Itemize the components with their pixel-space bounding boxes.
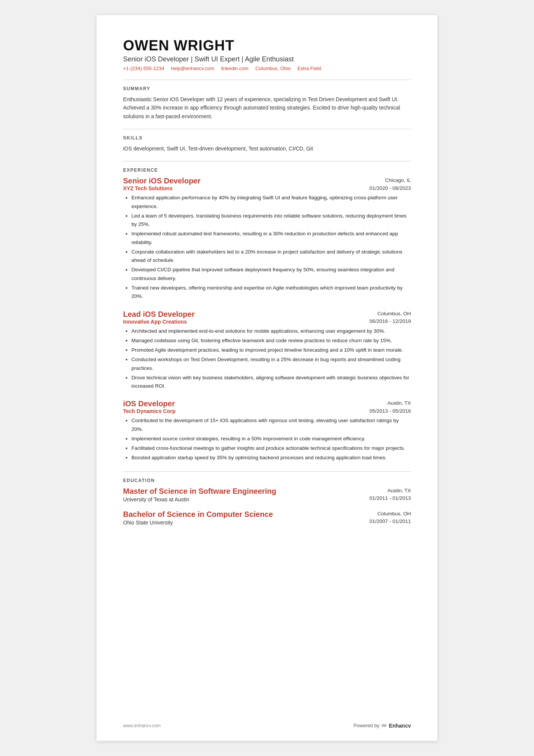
degree-1-school: University of Texas at Austin	[123, 496, 276, 502]
degree-1-dates: 01/2011 - 01/2013	[369, 495, 411, 502]
degree-2-school: Ohio State University	[123, 520, 273, 526]
list-item: Led a team of 5 developers, translating …	[131, 212, 411, 229]
contact-phone: +1-(234)-555-1234	[123, 66, 164, 71]
job-3: iOS Developer Tech Dynamics Corp Austin,…	[123, 399, 411, 462]
job-3-title-area: iOS Developer Tech Dynamics Corp	[123, 399, 175, 416]
job-3-bullets: Contributed to the development of 15+ iO…	[123, 416, 411, 462]
powered-by-text: Powered by	[353, 723, 379, 728]
list-item: Enhanced application performance by 40% …	[131, 194, 411, 211]
list-item: Implemented source control strategies, r…	[131, 435, 411, 443]
degree-1-location-date: Austin, TX 01/2011 - 01/2013	[369, 487, 411, 502]
job-3-title: iOS Developer	[123, 399, 175, 408]
job-2-location-date: Columbus, OH 06/2016 - 12/2019	[369, 310, 411, 326]
degree-2-header: Bachelor of Science in Computer Science …	[123, 510, 411, 526]
list-item: Promoted Agile development practices, le…	[131, 346, 411, 354]
skills-divider	[123, 161, 411, 161]
job-1-bullets: Enhanced application performance by 40% …	[123, 194, 411, 301]
footer-brand: Powered by ∞ Enhancv	[353, 722, 411, 729]
job-2-title: Lead iOS Developer	[123, 310, 195, 319]
degree-2: Bachelor of Science in Computer Science …	[123, 510, 411, 526]
education-section: EDUCATION Master of Science in Software …	[123, 478, 411, 526]
contact-email[interactable]: help@enhancv.com	[171, 66, 214, 71]
job-2-dates: 06/2016 - 12/2019	[369, 318, 411, 325]
skills-label: SKILLS	[123, 135, 411, 141]
list-item: Architected and implemented end-to-end s…	[131, 327, 411, 335]
job-3-location: Austin, TX	[369, 399, 411, 407]
job-2-location: Columbus, OH	[369, 310, 411, 318]
job-1-location: Chicago, IL	[369, 177, 411, 184]
summary-section: SUMMARY Enthusiastic Senior iOS Develope…	[123, 86, 411, 121]
enhancv-logo-icon: ∞	[382, 722, 387, 729]
experience-divider	[123, 471, 411, 472]
job-1-title-area: Senior iOS Developer XYZ Tech Solutions	[123, 177, 201, 194]
list-item: Corporate collaboration with stakeholder…	[131, 248, 411, 265]
job-1-location-date: Chicago, IL 01/2020 - 08/2023	[369, 177, 411, 192]
job-1-dates: 01/2020 - 08/2023	[369, 185, 411, 192]
contact-linkedin[interactable]: linkedin.com	[221, 66, 248, 71]
summary-divider	[123, 129, 411, 129]
page-footer: www.enhancv.com Powered by ∞ Enhancv	[123, 722, 411, 729]
job-1: Senior iOS Developer XYZ Tech Solutions …	[123, 177, 411, 301]
header: OWEN WRIGHT Senior iOS Developer | Swift…	[123, 38, 411, 71]
skills-section: SKILLS iOS development, Swift UI, Test-d…	[123, 135, 411, 153]
contact-location: Columbus, Ohio	[255, 66, 290, 71]
job-1-title: Senior iOS Developer	[123, 177, 201, 185]
header-divider	[123, 80, 411, 80]
job-2: Lead iOS Developer Innovative App Creati…	[123, 310, 411, 391]
footer-website: www.enhancv.com	[123, 723, 161, 728]
degree-2-title: Bachelor of Science in Computer Science	[123, 510, 273, 519]
experience-section: EXPERIENCE Senior iOS Developer XYZ Tech…	[123, 167, 411, 462]
list-item: Trained new developers, offering mentors…	[131, 284, 411, 301]
education-label: EDUCATION	[123, 478, 411, 483]
degree-1-title: Master of Science in Software Engineerin…	[123, 487, 276, 496]
job-2-bullets: Architected and implemented end-to-end s…	[123, 327, 411, 391]
degree-2-dates: 01/2007 - 01/2011	[369, 518, 411, 525]
enhancv-brand-name: Enhancv	[389, 723, 411, 729]
job-3-header: iOS Developer Tech Dynamics Corp Austin,…	[123, 399, 411, 416]
job-1-company: XYZ Tech Solutions	[123, 185, 201, 191]
job-2-title-area: Lead iOS Developer Innovative App Creati…	[123, 310, 195, 327]
experience-label: EXPERIENCE	[123, 167, 411, 173]
job-3-location-date: Austin, TX 05/2013 - 05/2016	[369, 399, 411, 415]
job-2-company: Innovative App Creations	[123, 319, 195, 325]
list-item: Contributed to the development of 15+ iO…	[131, 416, 411, 434]
list-item: Developed CI/CD pipeline that improved s…	[131, 266, 411, 283]
job-2-header: Lead iOS Developer Innovative App Creati…	[123, 310, 411, 327]
list-item: Boosted application startup speed by 35%…	[131, 454, 411, 462]
list-item: Drove technical vision with key business…	[131, 374, 411, 391]
degree-2-location-date: Columbus, OH 01/2007 - 01/2011	[369, 510, 411, 526]
job-3-dates: 05/2013 - 05/2016	[369, 407, 411, 415]
list-item: Facilitated cross-functional meetings to…	[131, 444, 411, 452]
resume-page: OWEN WRIGHT Senior iOS Developer | Swift…	[97, 15, 437, 741]
contact-row: +1-(234)-555-1234 help@enhancv.com linke…	[123, 66, 411, 71]
degree-1-header: Master of Science in Software Engineerin…	[123, 487, 411, 502]
degree-2-info: Bachelor of Science in Computer Science …	[123, 510, 273, 526]
list-item: Managed codebase using Git, fostering ef…	[131, 337, 411, 345]
skills-text: iOS development, Swift UI, Test-driven d…	[123, 144, 411, 153]
list-item: Conducted workshops on Test Driven Devel…	[131, 355, 411, 373]
degree-1: Master of Science in Software Engineerin…	[123, 487, 411, 502]
job-1-header: Senior iOS Developer XYZ Tech Solutions …	[123, 177, 411, 194]
candidate-name: OWEN WRIGHT	[123, 38, 411, 54]
degree-2-location: Columbus, OH	[369, 510, 411, 518]
candidate-title: Senior iOS Developer | Swift UI Expert |…	[123, 55, 411, 63]
degree-1-location: Austin, TX	[369, 487, 411, 495]
job-3-company: Tech Dynamics Corp	[123, 408, 175, 414]
summary-label: SUMMARY	[123, 86, 411, 91]
contact-extra: Extra Field	[297, 66, 321, 71]
summary-text: Enthusiastic Senior iOS Developer with 1…	[123, 95, 411, 121]
list-item: Implemented robust automated test framew…	[131, 230, 411, 247]
degree-1-info: Master of Science in Software Engineerin…	[123, 487, 276, 502]
